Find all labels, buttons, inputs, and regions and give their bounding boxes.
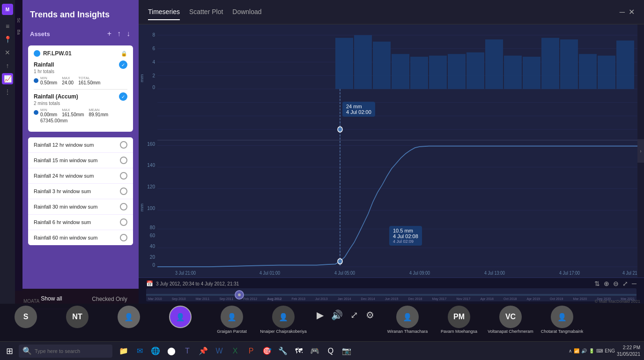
app-logo[interactable]: M: [2, 4, 13, 15]
taskbar-keyboard-icon[interactable]: ⌨: [596, 348, 603, 353]
calendar-icon: 📅: [146, 280, 153, 287]
avatar-circle-chotarat[interactable]: 👤: [551, 306, 573, 328]
minimize-button[interactable]: ─: [620, 8, 625, 16]
close-button[interactable]: ✕: [629, 8, 635, 16]
taskbar-app-outlook[interactable]: ✉: [132, 344, 147, 359]
timeline-scrubber[interactable]: Mar 2010 Sep 2010 Mar 2011 Sep 2011 Feb …: [146, 288, 637, 301]
avatar-photo1: 👤: [103, 306, 155, 329]
taskbar-app-edge[interactable]: 🌐: [148, 344, 163, 359]
taskbar-battery-icon[interactable]: 🔋: [589, 348, 594, 353]
avatar-circle-wiranan[interactable]: 👤: [396, 306, 419, 328]
window-radio-3hr[interactable]: [120, 188, 127, 195]
nav-icon-1[interactable]: ≡: [2, 21, 13, 32]
avatar-circle-s[interactable]: S: [15, 306, 37, 328]
svg-rect-17: [373, 42, 391, 89]
svg-rect-29: [598, 56, 615, 89]
avatar-name-pm: Pavarn Moehangsa: [441, 329, 477, 334]
nav-icon-4[interactable]: ↑: [2, 60, 13, 71]
accum-value-max: 161.50mm: [62, 112, 84, 117]
svg-text:40: 40: [150, 243, 155, 249]
moata-brand-text: MOATA: [23, 299, 39, 304]
taskbar-search[interactable]: 🔍: [19, 345, 112, 358]
assets-label: Assets: [30, 30, 103, 38]
window-item-15min[interactable]: Rainfall 15 min window sum: [28, 153, 133, 168]
tl-jul2013: Jul 2013: [315, 297, 327, 300]
tab-timeseries[interactable]: Timeseries: [148, 4, 180, 20]
window-radio-30min[interactable]: [120, 203, 127, 210]
taskbar-chevron-up[interactable]: ∧: [569, 348, 572, 353]
chart-right-collapse[interactable]: ›: [637, 139, 644, 163]
rainfall-check-icon[interactable]: ✓: [119, 60, 127, 69]
tl-oct2018: Oct 2018: [503, 297, 517, 300]
stat-min: MIN 0.50mm: [40, 76, 57, 85]
window-radio-60min[interactable]: [120, 234, 127, 241]
chart-container: Timeseries Scatter Plot Download ─ ✕ ›: [139, 0, 644, 309]
sensor-name-accum: Rainfall (Accum): [34, 93, 78, 100]
search-input[interactable]: [35, 348, 109, 354]
nav-icon-3[interactable]: ✕: [2, 47, 13, 58]
taskbar-volume-icon[interactable]: 🔊: [581, 348, 587, 353]
minus-button[interactable]: ─: [632, 280, 637, 287]
taskbar-app-14[interactable]: 📷: [339, 344, 354, 359]
window-item-15min-label: Rainfall 15 min window sum: [34, 158, 97, 163]
sensor-dot-accum: [34, 110, 38, 115]
accum-check-icon[interactable]: ✓: [119, 92, 127, 101]
avatar-circle-active[interactable]: 👤: [169, 306, 192, 328]
avatar-circle-graigan[interactable]: 👤: [221, 306, 243, 328]
window-item-3hr[interactable]: Rainfall 3 hr window sum: [28, 184, 133, 199]
expand-av-button[interactable]: ⤢: [350, 309, 358, 321]
avatar-circle-nnaiper[interactable]: 👤: [272, 306, 295, 328]
window-item-12hr[interactable]: Rainfall 12 hr window sum: [28, 137, 133, 153]
avatar-circle-photo1[interactable]: 👤: [118, 306, 140, 328]
volume-button[interactable]: 🔊: [331, 309, 343, 321]
window-item-6hr[interactable]: Rainfall 6 hr window sum: [28, 215, 133, 230]
zoom-in-button[interactable]: ⊕: [604, 280, 609, 287]
expand-button[interactable]: ⤢: [622, 280, 628, 287]
taskbar-app-chrome[interactable]: ⬤: [164, 344, 179, 359]
window-radio-12hr[interactable]: [120, 141, 127, 149]
settings-av-button[interactable]: ⚙: [366, 309, 374, 321]
svg-rect-15: [335, 38, 353, 89]
windows-start-button[interactable]: ⊞: [0, 342, 19, 360]
taskbar-app-word[interactable]: W: [212, 344, 227, 359]
window-radio-24hr[interactable]: [120, 172, 127, 180]
taskbar-app-files[interactable]: 📁: [116, 344, 131, 359]
tl-may2017: May 2017: [432, 297, 447, 300]
assets-down-button[interactable]: ↓: [126, 30, 131, 38]
tl-dec2016: Dec 2016: [408, 297, 422, 300]
taskbar-app-excel[interactable]: X: [228, 344, 243, 359]
avatar-circle-nt[interactable]: NT: [66, 306, 89, 328]
taskbar-app-11[interactable]: 🗺: [291, 344, 306, 359]
taskbar-app-10[interactable]: 🔧: [275, 344, 290, 359]
window-item-60min[interactable]: Rainfall 60 min window sum: [28, 230, 133, 245]
assets-bar: Assets + ↑ ↓: [22, 26, 139, 42]
timeline-arrow-icon[interactable]: ⇅: [594, 280, 600, 287]
nav-icon-6[interactable]: ⋮: [2, 86, 13, 98]
taskbar-app-ppt[interactable]: P: [244, 344, 259, 359]
taskbar-app-13[interactable]: Q: [323, 344, 338, 359]
tab-download[interactable]: Download: [232, 4, 261, 20]
tl-nov2017: Nov 2017: [456, 297, 470, 300]
window-radio-6hr[interactable]: [120, 218, 127, 226]
nav-icon-2[interactable]: 📍: [2, 34, 13, 45]
taskbar-app-9[interactable]: 🎯: [259, 344, 274, 359]
window-item-24hr[interactable]: Rainfall 24 hr window sum: [28, 168, 133, 184]
tl-aug2012: Aug 2012: [267, 297, 281, 300]
window-radio-15min[interactable]: [120, 157, 127, 164]
taskbar-app-teams[interactable]: T: [180, 344, 195, 359]
avatar-circle-pm[interactable]: PM: [448, 306, 470, 328]
taskbar-app-12[interactable]: 🎮: [307, 344, 322, 359]
zoom-out-button[interactable]: ⊖: [613, 280, 619, 287]
avatar-circle-vc[interactable]: VC: [499, 306, 522, 328]
handle-dot: [238, 293, 241, 296]
taskbar-app-5[interactable]: 📌: [196, 344, 211, 359]
svg-rect-21: [448, 54, 466, 89]
assets-up-button[interactable]: ↑: [116, 30, 122, 38]
nav-icon-5[interactable]: 📈: [2, 73, 13, 84]
asset-id-text: RF.LPW.01: [43, 50, 72, 57]
tab-scatter-plot[interactable]: Scatter Plot: [189, 4, 223, 20]
assets-add-button[interactable]: +: [106, 30, 112, 38]
window-item-30min[interactable]: Rainfall 30 min window sum: [28, 199, 133, 215]
play-button[interactable]: ▶: [317, 309, 324, 321]
taskbar-network-icon[interactable]: 📶: [574, 348, 579, 353]
